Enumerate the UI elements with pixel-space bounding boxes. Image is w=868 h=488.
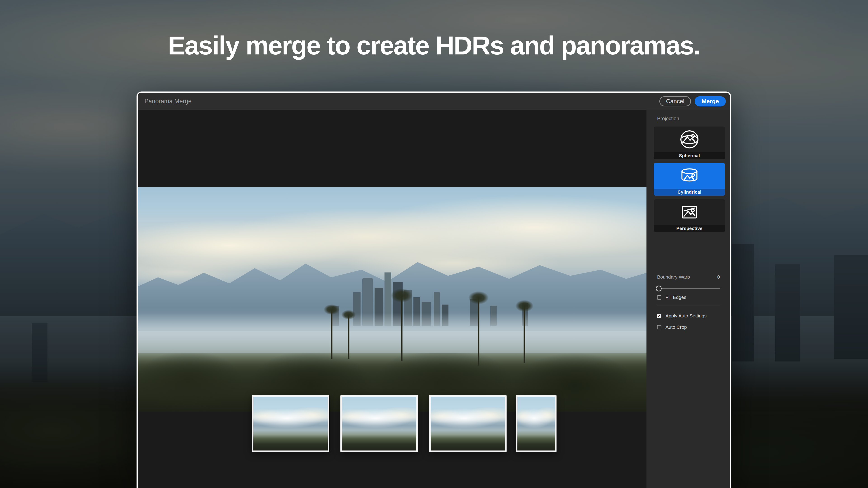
dialog-title: Panorama Merge (145, 98, 192, 105)
source-thumbnail-3-image (431, 397, 505, 451)
panel-divider (657, 305, 720, 305)
boundary-warp-row: Boundary Warp 0 (657, 274, 720, 280)
checkbox-label: Fill Edges (665, 295, 686, 300)
source-thumbnail-2[interactable] (340, 395, 418, 452)
source-thumbnail-4-image (518, 397, 555, 451)
source-thumbnail-3[interactable] (429, 395, 506, 452)
auto-crop-checkbox[interactable]: ✓ Auto Crop (657, 324, 687, 330)
apply-auto-settings-checkbox[interactable]: ✓ Apply Auto Settings (657, 313, 707, 319)
projection-options: Spherical Cylindrical (654, 127, 725, 232)
boundary-warp-label: Boundary Warp (657, 274, 690, 280)
projection-option-label: Spherical (654, 152, 725, 159)
dialog-actions: Cancel Merge (659, 96, 726, 106)
panorama-merge-dialog: Panorama Merge Cancel Merge (136, 92, 731, 488)
checkbox-label: Apply Auto Settings (665, 313, 707, 319)
projection-option-cylindrical[interactable]: Cylindrical (654, 163, 725, 196)
checkbox-box[interactable]: ✓ (657, 314, 661, 318)
slider-track[interactable] (657, 288, 720, 289)
projection-option-spherical[interactable]: Spherical (654, 127, 725, 159)
page-headline: Easily merge to create HDRs and panorama… (0, 31, 868, 60)
cancel-button[interactable]: Cancel (659, 96, 691, 106)
source-thumbnail-4[interactable] (516, 395, 557, 452)
palm-tree (393, 289, 411, 361)
checkbox-box[interactable]: ✓ (657, 325, 661, 329)
perspective-projection-icon (654, 199, 725, 225)
projection-option-label: Cylindrical (654, 189, 725, 196)
source-thumbnail-2-image (342, 397, 416, 451)
source-thumbnail-1[interactable] (252, 395, 329, 452)
source-thumbnail-1-image (253, 397, 328, 451)
palm-tree (342, 310, 355, 359)
preview-canvas (138, 110, 647, 488)
boundary-warp-slider[interactable] (657, 286, 720, 291)
projection-option-label: Perspective (654, 225, 725, 232)
fill-edges-checkbox[interactable]: ✓ Fill Edges (657, 295, 686, 300)
checkbox-label: Auto Crop (665, 324, 687, 330)
projection-option-perspective[interactable]: Perspective (654, 199, 725, 232)
boundary-warp-value: 0 (717, 274, 720, 280)
checkbox-box[interactable]: ✓ (657, 295, 661, 300)
settings-panel: Projection Spherical (647, 110, 730, 488)
projection-section-label: Projection (657, 116, 730, 122)
dialog-titlebar: Panorama Merge Cancel Merge (138, 93, 730, 110)
palm-tree (325, 304, 338, 359)
spherical-projection-icon (654, 127, 725, 152)
cylindrical-projection-icon (654, 163, 725, 189)
merge-button[interactable]: Merge (694, 96, 726, 106)
panorama-preview (138, 187, 647, 412)
preview-haze (138, 313, 647, 353)
slider-knob[interactable] (656, 286, 662, 291)
